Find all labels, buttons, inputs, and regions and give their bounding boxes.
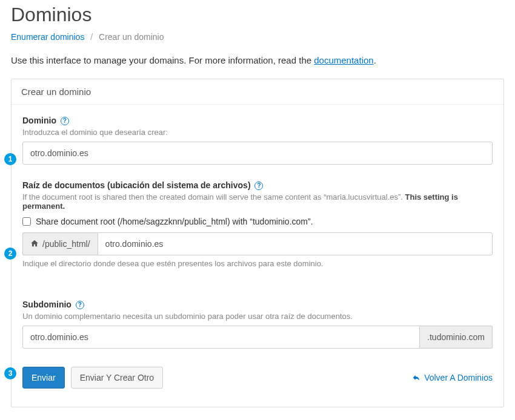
share-docroot-checkbox[interactable] — [22, 217, 31, 226]
breadcrumb-current: Crear un dominio — [99, 32, 164, 42]
docroot-below: Indique el directorio donde desea que es… — [22, 259, 493, 268]
subdomain-hint: Un dominio complementario necesita un su… — [22, 312, 493, 321]
docroot-prefix: /public_html/ — [22, 232, 98, 255]
button-row: Enviar Enviar Y Crear Otro Volver A Domi… — [22, 367, 493, 389]
breadcrumb: Enumerar dominios / Crear un dominio — [11, 32, 504, 42]
domain-input[interactable] — [22, 142, 493, 165]
domain-label: Dominio — [22, 116, 56, 125]
panel-heading: Crear un dominio — [12, 79, 503, 105]
help-icon[interactable]: ? — [61, 117, 69, 125]
subdomain-input[interactable] — [22, 326, 420, 349]
step-badge-2: 2 — [4, 248, 16, 260]
intro-text: Use this interface to manage your domain… — [11, 55, 504, 65]
breadcrumb-list-link[interactable]: Enumerar dominios — [11, 32, 84, 42]
home-icon — [30, 239, 39, 249]
domain-hint: Introduzca el dominio que desearía crear… — [22, 128, 493, 137]
docroot-input[interactable] — [98, 232, 493, 255]
back-link[interactable]: Volver A Dominios — [412, 373, 493, 382]
documentation-link[interactable]: documentation — [314, 55, 373, 65]
share-docroot-row[interactable]: Share document root (/home/sagzzknn/publ… — [22, 217, 493, 226]
share-docroot-label: Share document root (/home/sagzzknn/publ… — [36, 217, 313, 226]
help-icon[interactable]: ? — [254, 182, 263, 190]
help-icon[interactable]: ? — [76, 301, 84, 309]
domain-field: Dominio ? Introduzca el dominio que dese… — [22, 116, 493, 165]
docroot-input-group: /public_html/ — [22, 232, 493, 255]
breadcrumb-separator: / — [90, 32, 93, 42]
subdomain-suffix: .tudominio.com — [420, 326, 493, 349]
page-title: Dominios — [11, 4, 504, 26]
submit-button[interactable]: Enviar — [22, 367, 65, 389]
docroot-note-pre: If the document root is shared then the … — [22, 192, 405, 202]
intro-post: . — [374, 55, 376, 65]
step-badge-1: 1 — [4, 153, 16, 165]
docroot-label: Raíz de documentos (ubicación del sistem… — [22, 180, 251, 190]
create-domain-panel: Crear un dominio Dominio ? Introduzca el… — [11, 79, 504, 407]
docroot-note: If the document root is shared then the … — [22, 192, 493, 211]
step-badge-3: 3 — [4, 367, 16, 379]
reply-icon — [412, 373, 420, 382]
back-link-text: Volver A Dominios — [424, 373, 493, 382]
subdomain-label: Subdominio — [22, 300, 71, 309]
subdomain-input-group: .tudominio.com — [22, 326, 493, 349]
docroot-prefix-text: /public_html/ — [42, 239, 90, 249]
submit-another-button[interactable]: Enviar Y Crear Otro — [71, 367, 163, 389]
docroot-field: Raíz de documentos (ubicación del sistem… — [22, 180, 493, 268]
subdomain-field: Subdominio ? Un dominio complementario n… — [22, 300, 493, 349]
intro-pre: Use this interface to manage your domain… — [11, 55, 314, 65]
